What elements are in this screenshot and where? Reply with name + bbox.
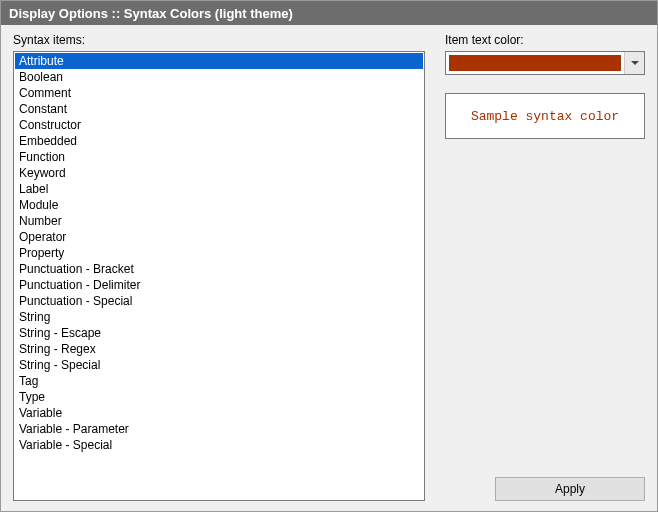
- syntax-item[interactable]: Type: [15, 389, 423, 405]
- syntax-item[interactable]: Tag: [15, 373, 423, 389]
- syntax-item[interactable]: Keyword: [15, 165, 423, 181]
- color-picker[interactable]: [445, 51, 645, 75]
- syntax-items-label: Syntax items:: [13, 33, 425, 47]
- color-dropdown-button[interactable]: [624, 52, 644, 74]
- syntax-item[interactable]: Function: [15, 149, 423, 165]
- window-title: Display Options :: Syntax Colors (light …: [9, 6, 293, 21]
- syntax-item[interactable]: Number: [15, 213, 423, 229]
- syntax-item[interactable]: Boolean: [15, 69, 423, 85]
- syntax-item[interactable]: String - Special: [15, 357, 423, 373]
- dialog-window: Display Options :: Syntax Colors (light …: [0, 0, 658, 512]
- syntax-item[interactable]: Comment: [15, 85, 423, 101]
- syntax-item[interactable]: String - Regex: [15, 341, 423, 357]
- syntax-item[interactable]: Operator: [15, 229, 423, 245]
- sample-text: Sample syntax color: [471, 109, 619, 124]
- dialog-body: Syntax items: AttributeBooleanCommentCon…: [1, 25, 657, 511]
- syntax-item[interactable]: Constructor: [15, 117, 423, 133]
- sample-preview: Sample syntax color: [445, 93, 645, 139]
- syntax-item[interactable]: Attribute: [15, 53, 423, 69]
- chevron-down-icon: [631, 61, 639, 65]
- syntax-item[interactable]: Variable - Special: [15, 437, 423, 453]
- syntax-item[interactable]: Module: [15, 197, 423, 213]
- syntax-item[interactable]: Label: [15, 181, 423, 197]
- syntax-item[interactable]: Embedded: [15, 133, 423, 149]
- syntax-item[interactable]: Property: [15, 245, 423, 261]
- syntax-item[interactable]: String: [15, 309, 423, 325]
- right-panel: Item text color: Sample syntax color App…: [445, 33, 645, 501]
- syntax-item[interactable]: Punctuation - Delimiter: [15, 277, 423, 293]
- spacer: [445, 139, 645, 477]
- syntax-item[interactable]: Constant: [15, 101, 423, 117]
- item-text-color-label: Item text color:: [445, 33, 645, 47]
- syntax-item[interactable]: Variable - Parameter: [15, 421, 423, 437]
- syntax-item[interactable]: Variable: [15, 405, 423, 421]
- syntax-item[interactable]: Punctuation - Special: [15, 293, 423, 309]
- syntax-item[interactable]: String - Escape: [15, 325, 423, 341]
- syntax-items-listbox[interactable]: AttributeBooleanCommentConstantConstruct…: [13, 51, 425, 501]
- color-swatch: [449, 55, 621, 71]
- apply-button-label: Apply: [555, 482, 585, 496]
- syntax-item[interactable]: Punctuation - Bracket: [15, 261, 423, 277]
- left-panel: Syntax items: AttributeBooleanCommentCon…: [13, 33, 425, 501]
- title-bar: Display Options :: Syntax Colors (light …: [1, 1, 657, 25]
- apply-button[interactable]: Apply: [495, 477, 645, 501]
